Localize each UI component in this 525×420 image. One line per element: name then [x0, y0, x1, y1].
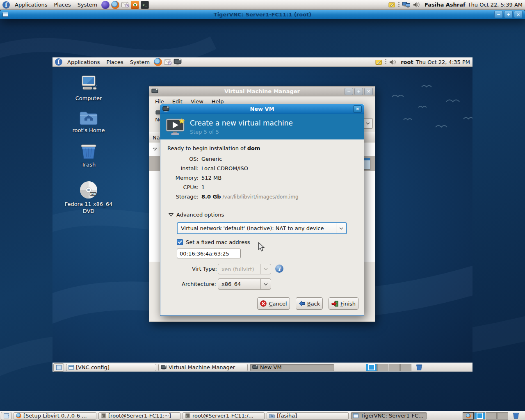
workspace-3[interactable] [389, 364, 400, 371]
task-fasiha-folder[interactable]: [fasiha] [267, 412, 349, 420]
close-button[interactable]: × [514, 11, 523, 18]
home-folder-icon [79, 110, 98, 126]
host-top-panel: f Applications Places System >_ Fasiha A… [0, 0, 525, 10]
dialog-header: Create a new virtual machine Step 5 of 5 [160, 114, 364, 139]
desktop-icon-label: Fedora 11 x86_64 DVD [62, 201, 115, 215]
vm-monitor-icon[interactable] [173, 58, 182, 66]
back-arrow-icon [299, 301, 305, 306]
workspace-3[interactable] [486, 412, 497, 420]
evolution-mail-icon[interactable] [121, 1, 129, 9]
create-vm-icon [165, 118, 186, 136]
workspace-1[interactable] [463, 412, 474, 420]
host-username: Fasiha Ashraf [425, 2, 466, 8]
vm-monitor-icon [162, 106, 169, 112]
host-menu-places[interactable]: Places [50, 0, 74, 9]
host-taskbar: [Setup Libvirt 0.7.0-6 ... [root@Server1… [0, 411, 525, 420]
guest-clock[interactable]: Thu Oct 22, 4:35 PM [416, 59, 470, 65]
minimize-button[interactable]: − [494, 11, 503, 18]
host-menu-system[interactable]: System [74, 0, 100, 9]
task-vnc-config[interactable]: [VNC config] [66, 364, 156, 371]
notes-icon[interactable] [375, 59, 382, 65]
host-clock[interactable]: Thu Oct 22, 5:39 AM [468, 2, 523, 8]
workspace-4[interactable] [497, 412, 508, 420]
fedora-menu-icon[interactable]: f [55, 58, 62, 66]
task-terminal-root[interactable]: root@Server1-FC11:/... [183, 412, 265, 420]
dialog-step-indicator: Step 5 of 5 [190, 129, 293, 135]
task-new-vm[interactable]: New VM [250, 364, 334, 371]
virt-type-select[interactable]: xen (fullvirt) [218, 264, 271, 274]
window-icon [353, 413, 358, 418]
network-select[interactable]: Virtual network 'default' (Inactive): NA… [177, 222, 347, 234]
close-icon[interactable]: × [353, 105, 362, 113]
web-browser-eye-icon[interactable] [131, 1, 139, 9]
firefox-icon[interactable] [111, 1, 119, 9]
show-desktop-button[interactable] [1, 412, 11, 420]
workspace-4[interactable] [400, 364, 411, 371]
host-menu-applications[interactable]: Applications [11, 0, 50, 9]
task-tigervnc[interactable]: TigerVNC: Server1-FC... [351, 412, 427, 420]
expander-down-icon [153, 148, 157, 151]
firefox-icon[interactable] [154, 58, 162, 66]
window-icon [68, 365, 74, 370]
guest-menu-places[interactable]: Places [103, 57, 126, 66]
fedora-menu-icon[interactable]: f [2, 1, 10, 9]
guest-menu-applications[interactable]: Applications [64, 57, 103, 66]
vm-monitor-icon [151, 89, 158, 94]
cancel-button[interactable]: Cancel [257, 297, 290, 310]
task-setup-libvirt[interactable]: [Setup Libvirt 0.7.0-6 ... [14, 412, 96, 420]
architecture-select[interactable]: x86_64 [218, 278, 271, 290]
vnc-window-titlebar[interactable]: TigerVNC: Server1-FC11:1 (root) − + × [0, 10, 525, 19]
workspace-switcher [366, 364, 411, 371]
dialog-body: Ready to begin installation of dom OS:Ge… [160, 139, 364, 315]
desktop-icon-computer[interactable]: Computer [62, 75, 115, 102]
expander-down-icon [169, 213, 173, 217]
finish-button[interactable]: Finish [329, 297, 358, 310]
vmm-titlebar[interactable]: Virtual Machine Manager − + × [149, 87, 375, 96]
dialog-titlebar[interactable]: New VM × [160, 104, 364, 114]
guest-menu-system[interactable]: System [127, 57, 153, 66]
cancel-icon [260, 300, 267, 307]
desktop-icon-home[interactable]: root's Home [62, 110, 115, 134]
desktop-icon-label: root's Home [73, 127, 105, 134]
vm-name: dom [247, 145, 260, 151]
workspace-2[interactable] [377, 364, 388, 371]
fixed-mac-checkbox-label[interactable]: Set a fixed mac address [186, 239, 250, 245]
eclipse-icon[interactable] [101, 1, 110, 9]
network-icon[interactable] [402, 2, 411, 8]
trash-applet-icon[interactable] [416, 364, 422, 371]
volume-icon[interactable] [389, 59, 396, 65]
evolution-mail-icon[interactable] [164, 58, 172, 66]
advanced-options-expander[interactable]: Advanced options [169, 212, 224, 218]
minimize-button[interactable]: − [345, 88, 353, 95]
task-terminal-home[interactable]: [root@Server1-FC11:~] [98, 412, 180, 420]
dialog-header-title: Create a new virtual machine [190, 119, 293, 127]
notes-icon[interactable] [388, 2, 395, 8]
workspace-2[interactable] [474, 412, 485, 420]
terminal-icon[interactable]: >_ [141, 1, 149, 9]
guest-username: root [401, 59, 413, 65]
desktop-icon-dvd[interactable]: DVD Fedora 11 x86_64 DVD [62, 180, 115, 215]
maximize-button[interactable]: + [504, 11, 513, 18]
fixed-mac-checkbox[interactable] [177, 239, 183, 245]
trash-applet-icon[interactable] [513, 412, 519, 419]
new-vm-dialog: New VM × Create a new virtual machine St… [160, 104, 364, 316]
task-virtual-machine-manager[interactable]: Virtual Machine Manager [158, 364, 248, 371]
ready-text: Ready to begin installation of dom [167, 145, 260, 151]
close-button[interactable]: × [364, 88, 373, 95]
guest-taskbar: [VNC config] Virtual Machine Manager New… [52, 363, 472, 372]
folder-icon [269, 413, 275, 418]
terminal-icon [185, 413, 190, 418]
show-desktop-button[interactable] [53, 363, 64, 372]
svg-text:DVD: DVD [90, 192, 96, 196]
vnc-window-icon[interactable] [2, 12, 8, 17]
back-button[interactable]: Back [296, 297, 323, 310]
guest-desktop: f Applications Places System root Thu Oc… [52, 57, 472, 372]
dvd-disc-icon: DVD [79, 180, 98, 199]
mac-address-input[interactable] [177, 249, 241, 258]
desktop-icon-trash[interactable]: Trash [62, 143, 115, 169]
maximize-button[interactable]: + [354, 88, 363, 95]
workspace-1[interactable] [366, 364, 377, 371]
info-icon[interactable]: i [275, 265, 283, 273]
firefox-icon [16, 413, 21, 418]
volume-icon[interactable] [413, 2, 420, 8]
